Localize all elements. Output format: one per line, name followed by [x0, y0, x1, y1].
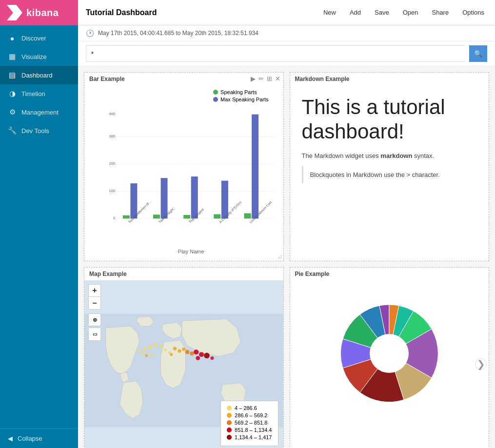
kibana-logo-icon — [7, 5, 22, 20]
svg-rect-14 — [191, 176, 198, 218]
options-button[interactable]: Options — [459, 7, 487, 18]
svg-point-31 — [173, 347, 177, 350]
sidebar: kibana ● Discover ▦ Visualize ▤ Dashboar… — [0, 0, 78, 448]
dashboard-grid: Bar Example ▶ ✏ ⊞ ✕ Speaking Parts Max S… — [78, 66, 495, 448]
sidebar-item-dashboard[interactable]: ▤ Dashboard — [0, 66, 78, 84]
fullscreen-icon[interactable]: ⊞ — [267, 75, 272, 82]
search-input[interactable] — [86, 45, 465, 62]
fit-bounds-button[interactable]: ⊕ — [88, 313, 101, 326]
bar-chart-panel: Bar Example ▶ ✏ ⊞ ✕ Speaking Parts Max S… — [84, 72, 284, 261]
sidebar-item-label-management: Management — [21, 109, 59, 116]
legend-dot-5 — [227, 435, 232, 440]
zoom-controls: + − — [88, 284, 101, 310]
sidebar-item-label-visualize: Visualize — [21, 53, 47, 60]
svg-point-35 — [185, 350, 190, 354]
markdown-heading: This is a tutorial dashboard! — [302, 95, 477, 144]
timelion-icon: ◑ — [8, 89, 17, 98]
svg-point-30 — [164, 349, 167, 351]
management-icon: ⚙ — [8, 108, 17, 117]
searchbar: 🔍 — [78, 41, 495, 66]
x-axis-label: Play Name — [104, 249, 278, 254]
svg-point-38 — [199, 352, 204, 357]
svg-text:100: 100 — [109, 189, 116, 193]
svg-point-45 — [210, 356, 214, 360]
sidebar-item-label-discover: Discover — [21, 35, 46, 42]
map-legend: 4 – 286.6 286.6 – 569.2 569.2 – 851.8 85… — [220, 401, 278, 446]
dashboard-icon: ▤ — [8, 71, 17, 79]
bar-chart-area: Speaking Parts Max Speaking Parts 0 100 … — [84, 85, 283, 261]
time-range: May 17th 2015, 04:00:41.685 to May 20th … — [98, 30, 258, 37]
map-panel-title: Map Example — [84, 268, 283, 280]
share-button[interactable]: Share — [429, 7, 452, 18]
svg-point-40 — [204, 353, 210, 359]
svg-point-39 — [196, 356, 200, 360]
pie-chart-panel: Pie Example ❯ — [290, 267, 490, 448]
map-panel: Map Example — [84, 267, 284, 448]
svg-point-28 — [143, 348, 146, 351]
svg-point-34 — [170, 353, 173, 356]
svg-rect-13 — [183, 215, 190, 218]
legend-label-1: 4 – 286.6 — [235, 405, 257, 411]
open-button[interactable]: Open — [400, 7, 421, 18]
svg-text:300: 300 — [109, 134, 116, 138]
sidebar-item-devtools[interactable]: 🔧 Dev Tools — [0, 121, 78, 140]
search-button[interactable]: 🔍 — [469, 45, 487, 62]
zoom-in-button[interactable]: + — [88, 284, 101, 297]
speaking-parts-label: Speaking Parts — [220, 89, 257, 95]
max-speaking-parts-label: Max Speaking Parts — [220, 97, 268, 102]
svg-point-41 — [138, 350, 141, 352]
zoom-out-button[interactable]: − — [88, 297, 101, 310]
svg-text:200: 200 — [109, 161, 116, 166]
sidebar-item-label-timelion: Timelion — [21, 90, 45, 97]
sidebar-item-label-devtools: Dev Tools — [21, 127, 49, 135]
speaking-parts-dot — [213, 90, 218, 95]
logo-area[interactable]: kibana — [0, 0, 78, 25]
pie-container — [290, 280, 489, 427]
legend-label-5: 1,134.4 – 1,417 — [235, 434, 272, 440]
max-speaking-parts-dot — [213, 97, 218, 102]
main-content: Tutorial Dashboard New Add Save Open Sha… — [78, 0, 495, 448]
new-button[interactable]: New — [320, 7, 339, 18]
svg-point-36 — [190, 351, 194, 356]
devtools-icon: 🔧 — [8, 126, 17, 135]
sidebar-nav: ● Discover ▦ Visualize ▤ Dashboard ◑ Tim… — [0, 25, 78, 429]
svg-point-32 — [178, 349, 181, 352]
svg-point-42 — [141, 352, 144, 355]
markdown-panel: Markdown Example This is a tutorial dash… — [290, 72, 490, 261]
draw-rectangle-button[interactable]: ▭ — [88, 328, 101, 341]
legend-label-3: 569.2 – 851.8 — [235, 420, 267, 426]
clock-icon: 🕐 — [86, 29, 94, 37]
topbar-actions: New Add Save Open Share Options — [320, 7, 487, 18]
markdown-panel-title: Markdown Example — [290, 73, 489, 85]
legend-item-3: 569.2 – 851.8 — [227, 420, 272, 426]
sidebar-item-timelion[interactable]: ◑ Timelion — [0, 84, 78, 103]
collapse-button[interactable]: ◀ Collapse — [0, 429, 78, 448]
expand-legend-icon[interactable]: ▶ — [251, 75, 256, 82]
svg-point-27 — [159, 345, 162, 348]
edit-icon[interactable]: ✏ — [258, 75, 264, 82]
sidebar-item-visualize[interactable]: ▦ Visualize — [0, 47, 78, 66]
add-button[interactable]: Add — [347, 7, 364, 18]
visualize-icon: ▦ — [8, 52, 17, 61]
close-icon[interactable]: ✕ — [275, 75, 280, 82]
map-container: + − ⊕ ▭ 4 – 286.6 286.6 – 569.2 — [84, 280, 283, 448]
markdown-content: This is a tutorial dashboard! The Markdo… — [290, 85, 489, 193]
sidebar-item-management[interactable]: ⚙ Management — [0, 103, 78, 121]
legend-max-speaking-parts: Max Speaking Parts — [213, 97, 268, 102]
pie-prev-button[interactable]: ❯ — [475, 358, 487, 370]
save-button[interactable]: Save — [372, 7, 392, 18]
chart-legend: Speaking Parts Max Speaking Parts — [213, 89, 268, 102]
svg-rect-15 — [214, 214, 220, 219]
bar-panel-controls: ▶ ✏ ⊞ ✕ — [251, 75, 280, 82]
svg-point-46 — [370, 334, 409, 373]
legend-speaking-parts: Speaking Parts — [213, 89, 268, 95]
timebar[interactable]: 🕐 May 17th 2015, 04:00:41.685 to May 20t… — [78, 25, 495, 41]
legend-dot-1 — [227, 406, 232, 410]
markdown-body: The Markdown widget uses markdown syntax… — [302, 152, 477, 159]
sidebar-item-discover[interactable]: ● Discover — [0, 29, 78, 47]
bar-chart-svg: 0 100 200 300 400 — [104, 90, 278, 246]
svg-point-43 — [145, 354, 148, 357]
resize-handle[interactable]: ⊿ — [277, 253, 282, 260]
sidebar-item-label-dashboard: Dashboard — [21, 72, 53, 79]
markdown-blockquote: Blockquotes in Markdown use the > charac… — [302, 166, 477, 184]
